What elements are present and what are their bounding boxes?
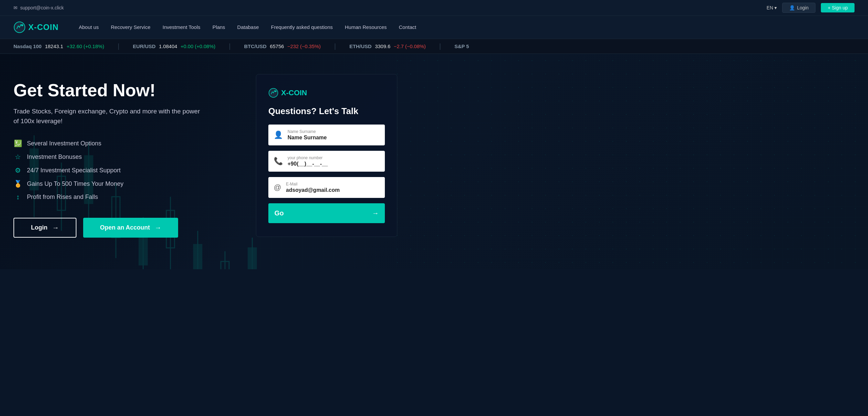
nav-investment-tools[interactable]: Investment Tools	[163, 24, 200, 30]
gains-icon: 🏅	[13, 180, 22, 188]
login-arrow-icon: →	[52, 224, 59, 231]
email-input[interactable]	[286, 187, 379, 193]
feature-investment-options-text: Several Investment Options	[27, 140, 101, 147]
name-field[interactable]: 👤 Name Surname	[268, 125, 385, 146]
ticker-eurusd-label: EUR/USD	[133, 43, 156, 49]
top-bar: ✉ support@coin-x.click EN ▾ 👤 Login + Si…	[0, 0, 868, 16]
hero-subtitle: Trade Stocks, Foreign exchange, Crypto a…	[13, 107, 202, 126]
ticker-nasdaq: Nasdaq 100 18243.1 +32.60 (+0.18%)	[13, 43, 104, 49]
ticker-div-1: |	[118, 42, 119, 50]
logo[interactable]: X-COIN	[13, 21, 59, 33]
ticker-ethusd-label: ETH/USD	[349, 43, 372, 49]
nav-contact[interactable]: Contact	[399, 24, 416, 30]
nav-hr[interactable]: Human Resources	[345, 24, 386, 30]
ticker-btcusd-label: BTC/USD	[244, 43, 267, 49]
top-bar-actions: EN ▾ 👤 Login + Sign up	[767, 3, 855, 13]
name-input[interactable]	[287, 135, 379, 141]
go-arrow-icon: →	[372, 209, 379, 217]
feature-bonuses: ☆ Investment Bonuses	[13, 153, 242, 161]
contact-card: X-COIN Questions? Let's Talk 👤 Name Surn…	[256, 74, 397, 237]
hero-login-button[interactable]: Login →	[13, 218, 76, 237]
feature-bonuses-text: Investment Bonuses	[27, 154, 82, 161]
phone-input[interactable]	[287, 161, 379, 167]
top-signup-button[interactable]: + Sign up	[821, 3, 855, 12]
support-icon: ⚙	[13, 166, 22, 174]
features-list: 💹 Several Investment Options ☆ Investmen…	[13, 139, 242, 201]
nav-faq[interactable]: Frequently asked questions	[271, 24, 333, 30]
phone-field-icon: 📞	[274, 157, 283, 166]
feature-profit: ↕ Profit from Rises and Falls	[13, 193, 242, 201]
nav-plans[interactable]: Plans	[213, 24, 225, 30]
go-button[interactable]: Go →	[268, 203, 385, 223]
nav-about[interactable]: About us	[79, 24, 99, 30]
ticker-btcusd-change: −232 (−0.35%)	[287, 43, 320, 49]
person-icon: 👤	[789, 5, 795, 10]
person-field-icon: 👤	[274, 131, 283, 139]
ticker-div-3: |	[334, 42, 336, 50]
ticker-sp5-label: S&P 5	[455, 43, 469, 49]
ticker-ethusd: ETH/USD 3309.6 −2.7 (−0.08%)	[349, 43, 426, 49]
feature-profit-text: Profit from Rises and Falls	[27, 194, 98, 201]
feature-support-text: 24/7 Investment Specialist Support	[27, 167, 121, 174]
nav-links: About us Recovery Service Investment Too…	[79, 24, 855, 30]
feature-investment-options: 💹 Several Investment Options	[13, 139, 242, 148]
ticker-eurusd-value: 1.08404	[159, 43, 177, 49]
bonuses-icon: ☆	[13, 153, 22, 161]
hero-content: Get Started Now! Trade Stocks, Foreign e…	[13, 74, 242, 237]
ticker-div-4: |	[439, 42, 441, 50]
hero-buttons: Login → Open an Account →	[13, 218, 242, 237]
phone-field[interactable]: 📞 your phone number	[268, 151, 385, 172]
ticker-bar: Nasdaq 100 18243.1 +32.60 (+0.18%) | EUR…	[0, 39, 868, 54]
ticker-btcusd-value: 65756	[270, 43, 284, 49]
card-logo-icon	[268, 88, 278, 98]
ticker-eurusd: EUR/USD 1.08404 +0.00 (+0.08%)	[133, 43, 216, 49]
hero-title: Get Started Now!	[13, 81, 242, 100]
hero-section: Get Started Now! Trade Stocks, Foreign e…	[0, 54, 868, 269]
ticker-div-2: |	[229, 42, 230, 50]
ticker-nasdaq-value: 18243.1	[45, 43, 63, 49]
email-label: E-Mail	[286, 182, 379, 187]
lang-selector[interactable]: EN ▾	[767, 5, 777, 10]
svg-point-1	[21, 24, 23, 26]
email-area: ✉ support@coin-x.click	[13, 5, 64, 10]
ticker-ethusd-value: 3309.6	[375, 43, 391, 49]
ticker-nasdaq-change: +32.60 (+0.18%)	[67, 43, 104, 49]
logo-text: X-COIN	[28, 23, 59, 32]
profit-icon: ↕	[13, 193, 22, 201]
feature-gains: 🏅 Gains Up To 500 Times Your Money	[13, 180, 242, 188]
ticker-btcusd: BTC/USD 65756 −232 (−0.35%)	[244, 43, 321, 49]
nav-database[interactable]: Database	[237, 24, 259, 30]
svg-point-21	[275, 91, 276, 92]
card-title: Questions? Let's Talk	[268, 106, 385, 117]
account-arrow-icon: →	[155, 224, 161, 231]
feature-gains-text: Gains Up To 500 Times Your Money	[27, 181, 124, 188]
email-field[interactable]: @ E-Mail	[268, 177, 385, 198]
email-field-content: E-Mail	[286, 182, 379, 193]
phone-field-content: your phone number	[287, 156, 379, 167]
ticker-sp5: S&P 5	[455, 43, 469, 49]
phone-label: your phone number	[287, 156, 379, 160]
ticker-eurusd-change: +0.00 (+0.08%)	[181, 43, 215, 49]
nav-recovery[interactable]: Recovery Service	[111, 24, 151, 30]
main-nav: X-COIN About us Recovery Service Investm…	[0, 16, 868, 39]
top-login-button[interactable]: 👤 Login	[782, 3, 815, 13]
hero-account-button[interactable]: Open an Account →	[83, 218, 178, 237]
investment-options-icon: 💹	[13, 139, 22, 148]
support-email: support@coin-x.click	[20, 5, 64, 10]
feature-support: ⚙ 24/7 Investment Specialist Support	[13, 166, 242, 174]
name-label: Name Surname	[287, 129, 379, 134]
card-logo-text: X-COIN	[281, 89, 307, 97]
ticker-nasdaq-label: Nasdaq 100	[13, 43, 41, 49]
ticker-ethusd-change: −2.7 (−0.08%)	[394, 43, 426, 49]
card-logo: X-COIN	[268, 88, 385, 98]
name-field-content: Name Surname	[287, 129, 379, 141]
email-icon: ✉	[13, 5, 18, 10]
hero-hex-overlay	[391, 54, 868, 269]
email-field-icon: @	[274, 183, 281, 192]
